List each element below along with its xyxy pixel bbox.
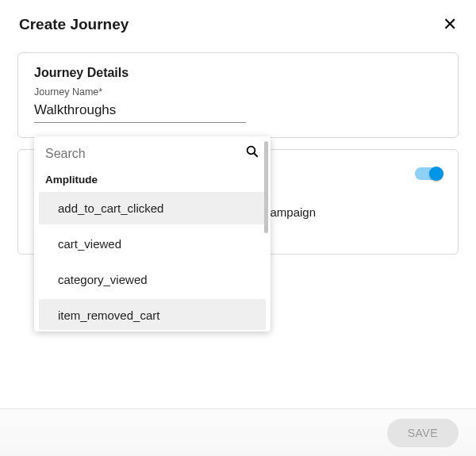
modal-footer: SAVE xyxy=(0,408,476,456)
dropdown-item[interactable]: cart_viewed xyxy=(39,228,266,260)
dropdown-item[interactable]: add_to_cart_clicked xyxy=(39,192,266,224)
modal-title: Create Journey xyxy=(19,16,129,33)
dropdown-search-row xyxy=(34,136,271,169)
dropdown-item[interactable]: category_viewed xyxy=(39,263,266,296)
section-title: Journey Details xyxy=(34,66,442,80)
dropdown-group-label: Amplitude xyxy=(34,169,271,192)
dropdown-scrollbar[interactable] xyxy=(264,141,268,233)
svg-point-0 xyxy=(248,147,255,155)
campaign-toggle[interactable] xyxy=(415,167,442,180)
close-icon[interactable]: ✕ xyxy=(443,16,457,33)
save-button[interactable]: SAVE xyxy=(387,419,459,447)
svg-line-1 xyxy=(254,153,258,157)
journey-details-card: Journey Details Journey Name* xyxy=(17,52,459,138)
dropdown-item[interactable]: item_removed_cart xyxy=(39,299,266,330)
search-icon[interactable] xyxy=(245,144,259,163)
journey-name-label: Journey Name* xyxy=(34,86,442,98)
event-dropdown: Amplitude add_to_cart_clicked cart_viewe… xyxy=(34,136,271,331)
toggle-knob xyxy=(429,167,443,181)
journey-name-input[interactable] xyxy=(34,99,246,123)
search-input[interactable] xyxy=(45,147,217,161)
